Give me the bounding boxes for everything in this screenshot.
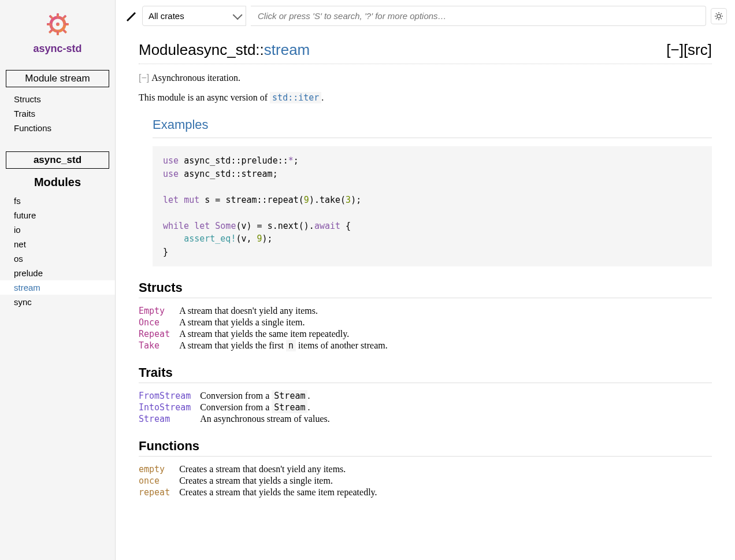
item-desc: Creates a stream that yields a single it… [179,475,386,487]
sidebar-module-item[interactable]: sync [0,295,115,309]
table-row: OnceA stream that yields a single item. [139,317,397,328]
svg-point-10 [717,14,721,18]
svg-rect-3 [57,31,59,35]
crate-select-label: All crates [149,11,184,21]
table-row: EmptyA stream that doesn't yield any ite… [139,305,397,317]
table-row: RepeatA stream that yields the same item… [139,328,397,340]
table-row: emptyCreates a stream that doesn't yield… [139,463,387,475]
svg-line-16 [721,18,722,19]
functions-table: emptyCreates a stream that doesn't yield… [139,463,387,498]
trait-link-link[interactable]: FromStream [139,391,191,401]
fn-link-link[interactable]: empty [139,464,165,474]
structs-table: EmptyA stream that doesn't yield any ite… [139,305,397,351]
svg-point-1 [56,23,60,26]
trait-link-link[interactable]: IntoStream [139,402,191,413]
logo-text: async-std [6,43,109,55]
table-row: TakeA stream that yields the first n ite… [139,340,397,351]
examples-heading[interactable]: Examples [153,115,712,138]
theme-picker-icon[interactable] [124,9,138,23]
title-module[interactable]: stream [264,41,310,59]
item-desc: Conversion from a Stream. [200,390,339,402]
table-row: IntoStreamConversion from a Stream. [139,402,339,413]
sidebar-module-item[interactable]: os [0,251,115,266]
sidebar-modules-list: fsfutureionetospreludestreamsync [0,194,115,309]
sidebar-module-item[interactable]: stream [0,280,115,295]
table-row: onceCreates a stream that yields a singl… [139,475,387,487]
collapse-all-link[interactable]: [−] [666,41,684,58]
traits-table: FromStreamConversion from a Stream.IntoS… [139,390,339,425]
sidebar-module-item[interactable]: fs [0,194,115,208]
doc-summary: Asynchronous iteration. [151,73,240,83]
svg-rect-4 [47,23,51,25]
docblock: [−]Asynchronous iteration. This module i… [139,71,712,266]
item-desc: A stream that yields a single item. [179,317,397,328]
title-right-links: [−][src] [666,41,712,59]
page-title: Module async_std::stream [−][src] [139,41,712,64]
logo-icon [45,12,70,37]
svg-rect-5 [65,23,69,25]
settings-icon[interactable] [711,8,727,24]
crate-select[interactable]: All crates [142,6,246,26]
sidebar-section-item[interactable]: Structs [0,92,115,106]
item-desc: Creates a stream that yields the same it… [179,487,386,498]
svg-line-15 [716,13,717,14]
table-row: StreamAn asynchronous stream of values. [139,413,339,425]
code-example: use async_std::prelude::*; use async_std… [153,146,712,266]
title-kind: Module [139,41,188,59]
item-desc: A stream that yields the same item repea… [179,328,397,340]
struct-link-link[interactable]: Repeat [139,329,170,339]
struct-link-link[interactable]: Empty [139,306,165,316]
item-desc: A stream that doesn't yield any items. [179,305,397,317]
title-path[interactable]: async_std:: [188,41,264,59]
sidebar-module-item[interactable]: io [0,222,115,237]
sidebar-crate-heading[interactable]: async_std [6,151,109,169]
sidebar-module-item[interactable]: future [0,208,115,222]
fn-link-link[interactable]: repeat [139,487,170,498]
doc-toggle[interactable]: [−] [139,73,149,83]
main-content: All crates Module async_std::stream [−][… [116,0,735,560]
svg-line-18 [721,13,722,14]
std-iter-link[interactable]: std::iter [270,92,321,103]
search-input[interactable] [251,6,706,26]
traits-heading: Traits [139,365,712,383]
struct-link-link[interactable]: Take [139,340,159,351]
trait-link-link[interactable]: Stream [139,414,170,424]
table-row: repeatCreates a stream that yields the s… [139,487,387,498]
sidebar-module-item[interactable]: prelude [0,266,115,280]
table-row: FromStreamConversion from a Stream. [139,390,339,402]
fn-link-link[interactable]: once [139,476,159,486]
item-desc: An asynchronous stream of values. [200,413,339,425]
doc-desc: This module is an async version of std::… [139,92,324,102]
sidebar-sections: StructsTraitsFunctions [0,92,115,135]
sidebar: async-std Module stream StructsTraitsFun… [0,0,116,560]
struct-link-link[interactable]: Once [139,317,159,328]
item-desc: Conversion from a Stream. [200,402,339,413]
content-area: Module async_std::stream [−][src] [−]Asy… [116,32,735,521]
sidebar-module-heading[interactable]: Module stream [6,70,109,87]
sidebar-module-item[interactable]: net [0,237,115,251]
item-desc: A stream that yields the first n items o… [179,340,397,351]
sidebar-modules-title: Modules [0,176,115,189]
item-desc: Creates a stream that doesn't yield any … [179,463,386,475]
svg-line-17 [716,18,717,19]
svg-rect-2 [57,13,59,17]
src-link[interactable]: [src] [684,41,712,58]
logo-area[interactable]: async-std [0,0,115,61]
structs-heading: Structs [139,280,712,298]
sidebar-section-item[interactable]: Functions [0,121,115,135]
sidebar-section-item[interactable]: Traits [0,106,115,121]
topbar: All crates [116,0,735,32]
functions-heading: Functions [139,439,712,457]
